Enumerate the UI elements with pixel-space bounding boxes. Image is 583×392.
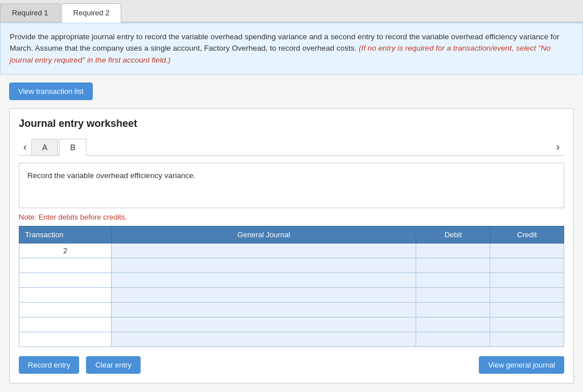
table-row [19, 258, 564, 273]
credit-input[interactable] [490, 258, 564, 273]
credit-input[interactable] [490, 332, 564, 346]
debit-input[interactable] [416, 303, 490, 317]
general-journal-cell[interactable] [112, 287, 416, 302]
credit-cell[interactable] [490, 273, 564, 287]
table-row [19, 302, 564, 317]
transaction-cell [19, 273, 112, 287]
general-journal-input[interactable] [112, 244, 416, 258]
debit-input[interactable] [416, 273, 490, 287]
table-row [19, 287, 564, 302]
debit-cell[interactable] [416, 273, 490, 287]
credit-cell[interactable] [490, 287, 564, 302]
general-journal-input[interactable] [112, 288, 416, 302]
debit-input[interactable] [416, 288, 490, 302]
transaction-cell [19, 258, 112, 273]
credit-cell[interactable] [490, 332, 564, 346]
general-journal-cell[interactable] [112, 302, 416, 317]
transaction-cell [19, 332, 112, 346]
general-journal-cell[interactable] [112, 273, 416, 287]
debit-input[interactable] [416, 244, 490, 258]
general-journal-input[interactable] [112, 303, 416, 317]
general-journal-input[interactable] [112, 258, 416, 273]
table-row [19, 317, 564, 332]
table-row: 2 [19, 243, 564, 258]
entry-next-button[interactable]: › [552, 139, 564, 155]
col-header-debit: Debit [416, 226, 490, 243]
credit-input[interactable] [490, 273, 564, 287]
entry-tab-b[interactable]: B [59, 139, 86, 156]
view-transaction-area: View transaction list [0, 75, 583, 108]
instruction-box: Provide the appropriate journal entry to… [0, 23, 583, 75]
worksheet-title: Journal entry worksheet [19, 118, 564, 130]
main-tabs: Required 1 Required 2 [0, 0, 583, 23]
transaction-cell [19, 317, 112, 332]
entry-description: Record the variable overhead efficiency … [19, 163, 564, 208]
general-journal-cell[interactable] [112, 317, 416, 332]
entry-tabs-bar: ‹ A B › [19, 139, 564, 156]
credit-cell[interactable] [490, 258, 564, 273]
debit-input[interactable] [416, 258, 490, 273]
credit-cell[interactable] [490, 243, 564, 258]
table-row [19, 332, 564, 346]
credit-input[interactable] [490, 244, 564, 258]
debit-cell[interactable] [416, 332, 490, 346]
debit-input[interactable] [416, 317, 490, 332]
general-journal-input[interactable] [112, 317, 416, 332]
debit-cell[interactable] [416, 287, 490, 302]
action-buttons: Record entry Clear entry View general jo… [19, 356, 564, 374]
general-journal-cell[interactable] [112, 243, 416, 258]
debit-input[interactable] [416, 332, 490, 346]
table-row [19, 273, 564, 287]
record-entry-button[interactable]: Record entry [19, 356, 79, 374]
credit-cell[interactable] [490, 317, 564, 332]
transaction-cell [19, 287, 112, 302]
transaction-cell: 2 [19, 243, 112, 258]
entry-tab-a[interactable]: A [31, 139, 58, 155]
tab-required2[interactable]: Required 2 [61, 3, 122, 23]
debit-cell[interactable] [416, 317, 490, 332]
view-transaction-button[interactable]: View transaction list [9, 82, 93, 100]
col-header-transaction: Transaction [19, 226, 112, 243]
general-journal-cell[interactable] [112, 332, 416, 346]
credit-input[interactable] [490, 303, 564, 317]
entry-prev-button[interactable]: ‹ [19, 139, 31, 155]
debit-credit-note: Note: Enter debits before credits. [19, 213, 564, 221]
journal-worksheet: Journal entry worksheet ‹ A B › Record t… [9, 108, 574, 383]
debit-cell[interactable] [416, 302, 490, 317]
transaction-cell [19, 302, 112, 317]
view-general-journal-button[interactable]: View general journal [479, 356, 564, 374]
credit-input[interactable] [490, 288, 564, 302]
col-header-general-journal: General Journal [112, 226, 416, 243]
credit-input[interactable] [490, 317, 564, 332]
clear-entry-button[interactable]: Clear entry [86, 356, 141, 374]
debit-cell[interactable] [416, 243, 490, 258]
journal-table: Transaction General Journal Debit Credit… [19, 226, 564, 347]
general-journal-input[interactable] [112, 332, 416, 346]
credit-cell[interactable] [490, 302, 564, 317]
general-journal-input[interactable] [112, 273, 416, 287]
debit-cell[interactable] [416, 258, 490, 273]
general-journal-cell[interactable] [112, 258, 416, 273]
col-header-credit: Credit [490, 226, 564, 243]
tab-required1[interactable]: Required 1 [0, 3, 60, 22]
